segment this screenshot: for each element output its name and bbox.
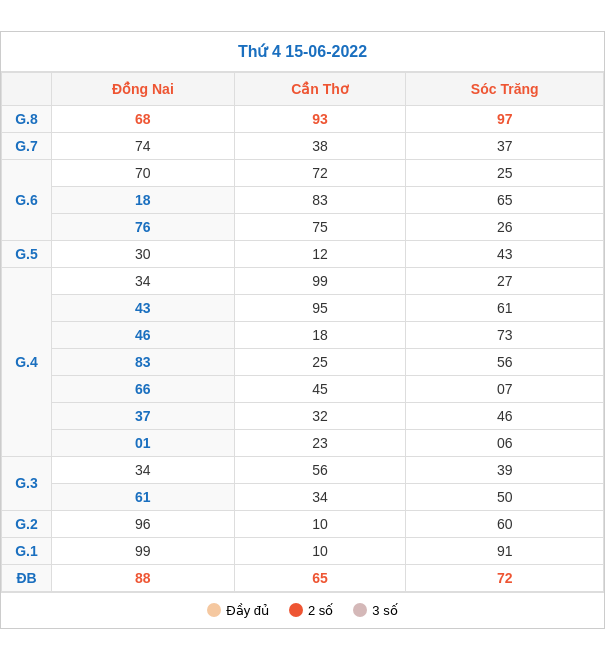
cell-value: 25	[406, 159, 604, 186]
cell-value: 43	[52, 294, 235, 321]
cell-value: 66	[52, 375, 235, 402]
prize-label: G.8	[2, 105, 52, 132]
cell-value: 56	[234, 456, 406, 483]
main-container: Thứ 4 15-06-2022 Đồng Nai Cần Thơ Sóc Tr…	[0, 31, 605, 629]
cell-value: 23	[234, 429, 406, 456]
table-row: ĐB886572	[2, 564, 604, 591]
prize-label: G.5	[2, 240, 52, 267]
cell-value: 07	[406, 375, 604, 402]
cell-value: 12	[234, 240, 406, 267]
cell-value: 10	[234, 510, 406, 537]
cell-value: 99	[52, 537, 235, 564]
col-label-header	[2, 72, 52, 105]
cell-value: 10	[234, 537, 406, 564]
legend-2so: 2 số	[289, 603, 333, 618]
table-row: G.7743837	[2, 132, 604, 159]
cell-value: 70	[52, 159, 235, 186]
table-row: 767526	[2, 213, 604, 240]
cell-value: 01	[52, 429, 235, 456]
cell-value: 97	[406, 105, 604, 132]
prize-label: G.2	[2, 510, 52, 537]
cell-value: 37	[52, 402, 235, 429]
prize-label: G.1	[2, 537, 52, 564]
dot-full-icon	[207, 603, 221, 617]
page-title: Thứ 4 15-06-2022	[238, 43, 367, 60]
table-row: 613450	[2, 483, 604, 510]
cell-value: 39	[406, 456, 604, 483]
legend-3so: 3 số	[353, 603, 397, 618]
prize-label: ĐB	[2, 564, 52, 591]
cell-value: 88	[52, 564, 235, 591]
cell-value: 61	[52, 483, 235, 510]
cell-value: 06	[406, 429, 604, 456]
table-row: 664507	[2, 375, 604, 402]
cell-value: 25	[234, 348, 406, 375]
lottery-table: Đồng Nai Cần Thơ Sóc Trăng G.8689397G.77…	[1, 72, 604, 592]
cell-value: 72	[234, 159, 406, 186]
dot-3so-icon	[353, 603, 367, 617]
col-cantho-header: Cần Thơ	[234, 72, 406, 105]
cell-value: 43	[406, 240, 604, 267]
table-row: G.6707225	[2, 159, 604, 186]
cell-value: 27	[406, 267, 604, 294]
cell-value: 56	[406, 348, 604, 375]
cell-value: 96	[52, 510, 235, 537]
cell-value: 93	[234, 105, 406, 132]
cell-value: 46	[52, 321, 235, 348]
cell-value: 83	[234, 186, 406, 213]
cell-value: 83	[52, 348, 235, 375]
table-row: 832556	[2, 348, 604, 375]
cell-value: 18	[52, 186, 235, 213]
legend-2so-label: 2 số	[308, 603, 333, 618]
cell-value: 37	[406, 132, 604, 159]
cell-value: 30	[52, 240, 235, 267]
cell-value: 60	[406, 510, 604, 537]
cell-value: 32	[234, 402, 406, 429]
cell-value: 73	[406, 321, 604, 348]
table-row: 188365	[2, 186, 604, 213]
legend-3so-label: 3 số	[372, 603, 397, 618]
table-row: G.8689397	[2, 105, 604, 132]
cell-value: 50	[406, 483, 604, 510]
table-row: G.4349927	[2, 267, 604, 294]
cell-value: 34	[234, 483, 406, 510]
dot-2so-icon	[289, 603, 303, 617]
legend: Đầy đủ 2 số 3 số	[1, 592, 604, 628]
table-row: 373246	[2, 402, 604, 429]
table-row: 439561	[2, 294, 604, 321]
cell-value: 75	[234, 213, 406, 240]
prize-label: G.7	[2, 132, 52, 159]
cell-value: 99	[234, 267, 406, 294]
table-row: G.5301243	[2, 240, 604, 267]
table-row: G.2961060	[2, 510, 604, 537]
title-bar: Thứ 4 15-06-2022	[1, 32, 604, 72]
cell-value: 65	[406, 186, 604, 213]
cell-value: 26	[406, 213, 604, 240]
col-soctrang-header: Sóc Trăng	[406, 72, 604, 105]
cell-value: 74	[52, 132, 235, 159]
table-row: 012306	[2, 429, 604, 456]
cell-value: 18	[234, 321, 406, 348]
cell-value: 65	[234, 564, 406, 591]
legend-full-label: Đầy đủ	[226, 603, 269, 618]
prize-label: G.6	[2, 159, 52, 240]
cell-value: 95	[234, 294, 406, 321]
legend-full: Đầy đủ	[207, 603, 269, 618]
prize-label: G.3	[2, 456, 52, 510]
table-row: G.3345639	[2, 456, 604, 483]
cell-value: 34	[52, 267, 235, 294]
cell-value: 46	[406, 402, 604, 429]
cell-value: 34	[52, 456, 235, 483]
cell-value: 38	[234, 132, 406, 159]
cell-value: 68	[52, 105, 235, 132]
cell-value: 91	[406, 537, 604, 564]
cell-value: 76	[52, 213, 235, 240]
cell-value: 45	[234, 375, 406, 402]
col-dongnai-header: Đồng Nai	[52, 72, 235, 105]
cell-value: 61	[406, 294, 604, 321]
table-row: G.1991091	[2, 537, 604, 564]
prize-label: G.4	[2, 267, 52, 456]
table-row: 461873	[2, 321, 604, 348]
cell-value: 72	[406, 564, 604, 591]
